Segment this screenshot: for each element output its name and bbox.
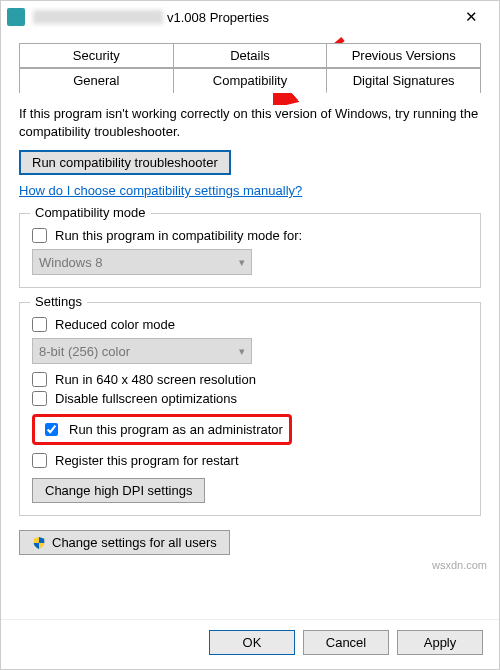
color-depth-select[interactable]: 8-bit (256) color ▾ xyxy=(32,338,252,364)
tabs: Security Details Previous Versions Gener… xyxy=(19,43,481,93)
chevron-down-icon: ▾ xyxy=(239,345,245,358)
run-as-admin-input[interactable] xyxy=(45,423,58,436)
run-as-admin-highlight: Run this program as an administrator xyxy=(32,414,292,445)
tab-details[interactable]: Details xyxy=(174,43,328,68)
run-640x480-input[interactable] xyxy=(32,372,47,387)
compat-mode-checkbox[interactable]: Run this program in compatibility mode f… xyxy=(32,228,468,243)
dialog-content: Security Details Previous Versions Gener… xyxy=(1,33,499,619)
close-button[interactable]: ✕ xyxy=(449,1,493,33)
run-as-admin-label: Run this program as an administrator xyxy=(69,422,283,437)
disable-fullscreen-checkbox[interactable]: Disable fullscreen optimizations xyxy=(32,391,468,406)
run-640x480-label: Run in 640 x 480 screen resolution xyxy=(55,372,256,387)
register-restart-input[interactable] xyxy=(32,453,47,468)
disable-fullscreen-label: Disable fullscreen optimizations xyxy=(55,391,237,406)
apply-button[interactable]: Apply xyxy=(397,630,483,655)
reduced-color-label: Reduced color mode xyxy=(55,317,175,332)
chevron-down-icon: ▾ xyxy=(239,256,245,269)
ok-button[interactable]: OK xyxy=(209,630,295,655)
watermark: wsxdn.com xyxy=(432,559,487,571)
run-compatibility-troubleshooter-button[interactable]: Run compatibility troubleshooter xyxy=(19,150,231,175)
register-restart-label: Register this program for restart xyxy=(55,453,239,468)
compatibility-mode-group: Compatibility mode Run this program in c… xyxy=(19,213,481,288)
window-title: v1.008 Properties xyxy=(167,10,269,25)
reduced-color-input[interactable] xyxy=(32,317,47,332)
compat-mode-label: Run this program in compatibility mode f… xyxy=(55,228,302,243)
change-all-users-label: Change settings for all users xyxy=(52,535,217,550)
dialog-footer: OK Cancel Apply xyxy=(1,619,499,669)
settings-group: Settings Reduced color mode 8-bit (256) … xyxy=(19,302,481,516)
properties-dialog: v1.008 Properties ✕ Security Details Pre… xyxy=(0,0,500,670)
change-settings-all-users-button[interactable]: Change settings for all users xyxy=(19,530,230,555)
tab-previous-versions[interactable]: Previous Versions xyxy=(327,43,481,68)
shield-icon xyxy=(32,536,46,550)
help-link[interactable]: How do I choose compatibility settings m… xyxy=(19,183,302,198)
group-legend: Compatibility mode xyxy=(30,205,151,220)
register-restart-checkbox[interactable]: Register this program for restart xyxy=(32,453,468,468)
description-text: If this program isn't working correctly … xyxy=(19,105,481,140)
disable-fullscreen-input[interactable] xyxy=(32,391,47,406)
titlebar: v1.008 Properties ✕ xyxy=(1,1,499,33)
redacted-title xyxy=(33,10,163,24)
run-640x480-checkbox[interactable]: Run in 640 x 480 screen resolution xyxy=(32,372,468,387)
compat-mode-select-value: Windows 8 xyxy=(39,255,103,270)
tab-general[interactable]: General xyxy=(19,68,174,93)
tab-security[interactable]: Security xyxy=(19,43,174,68)
compat-mode-checkbox-input[interactable] xyxy=(32,228,47,243)
tab-compatibility[interactable]: Compatibility xyxy=(174,68,328,93)
compat-mode-select[interactable]: Windows 8 ▾ xyxy=(32,249,252,275)
app-icon xyxy=(7,8,25,26)
tab-digital-signatures[interactable]: Digital Signatures xyxy=(327,68,481,93)
cancel-button[interactable]: Cancel xyxy=(303,630,389,655)
reduced-color-checkbox[interactable]: Reduced color mode xyxy=(32,317,468,332)
change-high-dpi-button[interactable]: Change high DPI settings xyxy=(32,478,205,503)
group-legend: Settings xyxy=(30,294,87,309)
color-depth-value: 8-bit (256) color xyxy=(39,344,130,359)
